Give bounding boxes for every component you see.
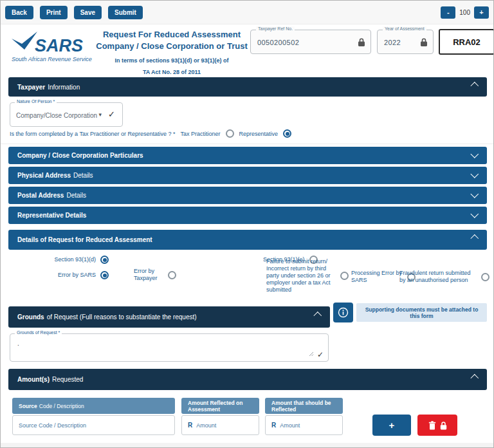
column-header-amount-should-be: Amount that should be Reflected <box>265 398 343 414</box>
form-code-badge: RRA02 <box>439 29 494 55</box>
amount-reflected-input[interactable]: R Amount <box>181 415 259 435</box>
zoom-level: 100 <box>459 9 470 16</box>
column-header-rest: Code / Description <box>39 403 84 409</box>
add-row-button[interactable]: + <box>372 415 411 436</box>
submit-button[interactable]: Submit <box>108 6 143 19</box>
chevron-down-icon <box>470 150 479 158</box>
representative-radio[interactable] <box>283 129 291 138</box>
taxpayer-ref-field[interactable]: Taxpayer Ref No. 0050200502 <box>250 30 371 54</box>
form-subtitle-line2: TA Act No. 28 of 2011 <box>95 69 249 75</box>
section-title-bold: Postal Address <box>17 192 64 199</box>
radio-option-section-93-1-d: Section 93(1)(d) <box>14 256 109 264</box>
grounds-of-request-textarea[interactable]: Grounds of Request * . ✓ <box>10 333 329 362</box>
chevron-down-icon: ▾ <box>98 111 102 118</box>
column-header-source-code: Source Code / Description <box>12 398 175 414</box>
save-button[interactable]: Save <box>74 6 102 19</box>
source-code-input[interactable]: Source Code / Description <box>12 415 175 435</box>
chevron-up-icon <box>313 312 322 320</box>
nature-of-person-label: Nature Of Person * <box>15 99 57 104</box>
sars-tagline: South African Revenue Service <box>12 56 92 62</box>
error-by-sars-radio[interactable] <box>100 271 109 279</box>
section-title-bold: Grounds <box>17 313 44 321</box>
section-amounts-requested[interactable]: Amount(s) Requested <box>8 369 487 390</box>
section-93-1-d-radio[interactable] <box>100 256 109 264</box>
radio-label: Section 93(1)(d) <box>14 256 96 263</box>
radio-label: Processing Error by SARS <box>351 270 403 284</box>
grounds-of-request-value: . <box>17 340 19 347</box>
chevron-up-icon <box>470 234 479 243</box>
form-header: SARS South African Revenue Service Reque… <box>1 24 493 77</box>
delete-row-button[interactable] <box>417 415 457 436</box>
completed-by-question-row: Is the form completed by a Tax Practitio… <box>10 129 291 138</box>
section-company-particulars[interactable]: Company / Close Corporation Particulars <box>8 147 487 164</box>
radio-label: Fraudulent return submitted by an unauth… <box>399 270 477 284</box>
radio-option-fraudulent-return: Fraudulent return submitted by an unauth… <box>399 270 489 284</box>
print-button[interactable]: Print <box>40 6 68 19</box>
section-details-of-request[interactable]: Details of Request for Reduced Assessmen… <box>8 230 487 250</box>
failure-to-submit-radio[interactable] <box>340 272 349 280</box>
valid-check-icon: ✓ <box>108 109 115 119</box>
error-by-taxpayer-radio[interactable] <box>168 271 176 279</box>
column-header-amount-reflected: Amount Reflected on Assessment <box>181 398 259 414</box>
section-postal-address[interactable]: Postal Address Details <box>8 187 487 204</box>
supporting-documents-notice: Supporting documents must be attached to… <box>356 303 487 322</box>
currency-symbol: R <box>271 422 276 429</box>
amount-should-be-input[interactable]: R Amount <box>265 415 343 435</box>
radio-option-failure-to-submit: Failure to submit return/ Incorrect retu… <box>266 258 349 294</box>
info-icon <box>333 303 353 322</box>
section-title-rest: Requested <box>52 376 83 383</box>
year-of-assessment-field[interactable]: Year of Assessment 2022 <box>377 30 434 54</box>
section-title-bold: Details of Request for Reduced Assessmen… <box>17 236 152 243</box>
lock-icon <box>358 37 365 47</box>
section-taxpayer-information[interactable]: Taxpayer Information <box>8 77 487 97</box>
section-grounds-of-request[interactable]: Grounds of Request (Full reasons to subs… <box>8 306 330 328</box>
sars-rra02-form-page: Back Print Save Submit - 100 + SARS Sout… <box>0 0 494 448</box>
grounds-of-request-label: Grounds of Request * <box>15 330 62 335</box>
radio-label: Error by SARS <box>14 272 96 279</box>
tax-practitioner-radio[interactable] <box>226 129 234 138</box>
taxpayer-ref-label: Taxpayer Ref No. <box>256 26 295 31</box>
chevron-down-icon <box>470 210 479 218</box>
fraudulent-return-radio[interactable] <box>481 273 489 281</box>
form-title-line2: Company / Close Corporation or Trust <box>95 41 249 52</box>
section-title-rest: Details <box>73 172 93 179</box>
amount-placeholder: Amount <box>280 422 300 429</box>
section-title-bold: Representative Details <box>17 212 86 219</box>
section-title-bold: Amount(s) <box>17 376 50 383</box>
year-of-assessment-value: 2022 <box>384 39 401 46</box>
back-button[interactable]: Back <box>5 6 33 19</box>
lock-icon <box>440 421 447 430</box>
chevron-down-icon <box>470 170 479 178</box>
section-divider <box>1 144 493 144</box>
column-header-bold: Source <box>19 403 37 409</box>
chevron-up-icon <box>470 374 479 382</box>
year-of-assessment-label: Year of Assessment <box>383 26 426 31</box>
radio-label: Error by Taxpayer <box>134 268 163 282</box>
amount-placeholder: Amount <box>196 422 216 429</box>
zoom-out-button[interactable]: - <box>441 6 455 19</box>
form-title-line1: Request For Reduced Assessment <box>95 29 249 41</box>
section-title-bold: Company / Close Corporation Particulars <box>17 152 143 159</box>
lock-icon <box>420 37 428 47</box>
toolbar: Back Print Save Submit - 100 + <box>1 1 493 24</box>
valid-check-icon: ✓ <box>317 350 324 359</box>
zoom-controls: - 100 + <box>441 6 489 19</box>
resize-handle-icon[interactable] <box>309 351 314 357</box>
completed-by-question: Is the form completed by a Tax Practitio… <box>10 131 175 137</box>
radio-option-error-by-taxpayer: Error by Taxpayer <box>134 268 176 282</box>
section-physical-address[interactable]: Physical Address Details <box>8 167 487 184</box>
form-title-block: Request For Reduced Assessment Company /… <box>95 29 249 75</box>
nature-of-person-dropdown[interactable]: Nature Of Person * Company/Close Corpora… <box>10 102 123 127</box>
section-title-rest: of Request (Full reasons to substantiate… <box>47 313 197 321</box>
radio-label: Failure to submit return/ Incorrect retu… <box>266 258 336 294</box>
section-title-bold: Taxpayer <box>17 84 45 91</box>
radio-option-error-by-sars: Error by SARS <box>14 271 109 279</box>
sars-logo: SARS South African Revenue Service <box>11 30 95 64</box>
trash-icon <box>428 421 436 430</box>
chevron-up-icon <box>470 82 479 90</box>
sars-brand-text: SARS <box>35 36 83 55</box>
section-title-rest: Details <box>66 192 86 199</box>
section-representative-details[interactable]: Representative Details <box>8 207 487 224</box>
zoom-in-button[interactable]: + <box>474 6 489 19</box>
representative-label: Representative <box>239 131 279 137</box>
